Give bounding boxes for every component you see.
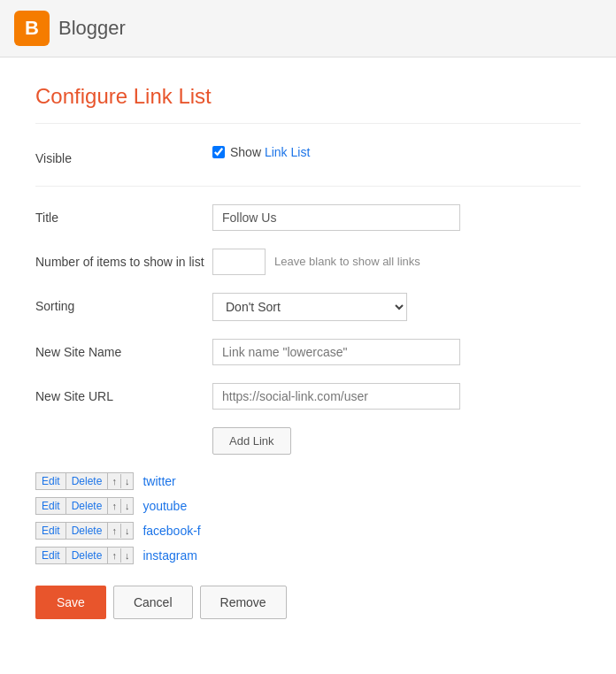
new-site-url-label: New Site URL xyxy=(35,383,212,406)
list-item: Edit Delete ↑ ↓ instagram xyxy=(35,547,581,564)
delete-button-3[interactable]: Delete xyxy=(66,548,109,563)
new-site-name-row: New Site Name xyxy=(35,339,581,365)
delete-button-1[interactable]: Delete xyxy=(66,498,109,514)
visible-control: Show Link List xyxy=(212,145,581,159)
up-arrow-2[interactable]: ↑ xyxy=(108,524,121,538)
link-controls-0: Edit Delete ↑ ↓ xyxy=(35,472,134,490)
remove-button[interactable]: Remove xyxy=(200,586,287,619)
page-title: Configure Link List xyxy=(35,84,581,124)
show-link-list-text: Show Link List xyxy=(230,145,310,159)
save-button[interactable]: Save xyxy=(35,586,106,619)
sorting-control: Don't Sort Alphabetical Reverse Alphabet… xyxy=(212,293,581,321)
cancel-button[interactable]: Cancel xyxy=(113,586,193,619)
list-item: Edit Delete ↑ ↓ facebook-f xyxy=(35,522,581,540)
link-list-highlight: Link List xyxy=(265,145,310,159)
new-site-name-label: New Site Name xyxy=(35,339,212,362)
num-items-help: Leave blank to show all links xyxy=(274,255,420,268)
sorting-label: Sorting xyxy=(35,293,212,316)
edit-button-3[interactable]: Edit xyxy=(36,548,66,563)
link-name-1: youtube xyxy=(142,499,187,513)
sorting-row: Sorting Don't Sort Alphabetical Reverse … xyxy=(35,293,581,321)
down-arrow-1[interactable]: ↓ xyxy=(121,499,134,513)
num-items-row: Number of items to show in list Leave bl… xyxy=(35,249,581,275)
main-content: Configure Link List Visible Show Link Li… xyxy=(0,57,616,674)
visible-label: Visible xyxy=(35,145,212,168)
up-arrow-0[interactable]: ↑ xyxy=(108,474,121,488)
title-row: Title xyxy=(35,204,581,231)
add-link-control: Add Link xyxy=(212,427,581,455)
visible-row: Visible Show Link List xyxy=(35,145,581,168)
title-input[interactable] xyxy=(212,204,460,231)
visible-checkbox[interactable] xyxy=(212,146,225,158)
add-link-spacer xyxy=(35,427,212,433)
title-control xyxy=(212,204,581,231)
link-name-0: twitter xyxy=(142,474,175,488)
list-item: Edit Delete ↑ ↓ twitter xyxy=(35,472,581,490)
down-arrow-3[interactable]: ↓ xyxy=(121,548,134,563)
show-link-list-label[interactable]: Show Link List xyxy=(212,145,310,159)
blogger-logo: B xyxy=(14,11,50,46)
down-arrow-2[interactable]: ↓ xyxy=(121,524,134,538)
site-url-input[interactable] xyxy=(212,383,460,410)
sorting-select[interactable]: Don't Sort Alphabetical Reverse Alphabet… xyxy=(212,293,407,321)
new-site-url-row: New Site URL xyxy=(35,383,581,410)
title-label: Title xyxy=(35,204,212,227)
num-items-label: Number of items to show in list xyxy=(35,249,212,272)
link-name-2: facebook-f xyxy=(142,524,200,538)
logo-letter: B xyxy=(25,17,39,40)
delete-button-0[interactable]: Delete xyxy=(66,473,109,489)
delete-button-2[interactable]: Delete xyxy=(66,523,109,539)
new-site-url-control xyxy=(212,383,581,410)
list-item: Edit Delete ↑ ↓ youtube xyxy=(35,497,581,515)
edit-button-2[interactable]: Edit xyxy=(36,523,66,539)
links-list: Edit Delete ↑ ↓ twitter Edit Delete ↑ ↓ … xyxy=(35,472,581,564)
num-items-input[interactable] xyxy=(212,249,266,275)
up-arrow-3[interactable]: ↑ xyxy=(108,548,121,563)
edit-button-0[interactable]: Edit xyxy=(36,473,66,489)
add-link-button[interactable]: Add Link xyxy=(212,427,291,455)
new-site-name-control xyxy=(212,339,581,365)
up-arrow-1[interactable]: ↑ xyxy=(108,499,121,513)
link-controls-2: Edit Delete ↑ ↓ xyxy=(35,522,134,540)
footer-buttons: Save Cancel Remove xyxy=(35,586,581,619)
link-controls-3: Edit Delete ↑ ↓ xyxy=(35,547,134,564)
down-arrow-0[interactable]: ↓ xyxy=(121,474,134,488)
link-name-3: instagram xyxy=(142,548,196,563)
app-name: Blogger xyxy=(58,17,126,40)
link-controls-1: Edit Delete ↑ ↓ xyxy=(35,497,134,515)
app-header: B Blogger xyxy=(0,0,616,57)
add-link-row: Add Link xyxy=(35,427,581,455)
edit-button-1[interactable]: Edit xyxy=(36,498,66,514)
site-name-input[interactable] xyxy=(212,339,460,365)
num-items-control: Leave blank to show all links xyxy=(212,249,581,275)
